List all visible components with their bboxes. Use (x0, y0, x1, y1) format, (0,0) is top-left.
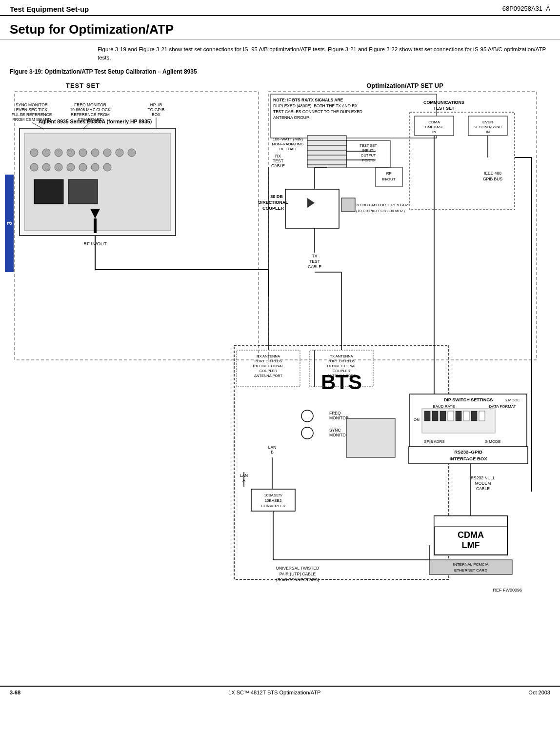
svg-text:PORT OR RFDS: PORT OR RFDS (328, 359, 355, 363)
svg-text:PAIR (UTP) CABLE: PAIR (UTP) CABLE (280, 572, 316, 576)
svg-text:FROM CSM BOARD: FROM CSM BOARD (13, 117, 51, 122)
page-header: Test Equipment Set-up 68P09258A31–A (0, 0, 560, 16)
hp-ib-label: HP–IB (150, 102, 162, 107)
svg-rect-120 (456, 411, 461, 421)
svg-text:100–WATT (MIN): 100–WATT (MIN) (273, 137, 303, 141)
svg-text:BAUD RATE: BAUD RATE (433, 404, 455, 409)
sync-monitor-label: SYNC MONITOR (16, 102, 48, 107)
svg-text:TEST CABLES CONNECT TO THE DUP: TEST CABLES CONNECT TO THE DUPLEXED (273, 109, 362, 114)
svg-text:(10 DB PAD FOR 800 MHZ): (10 DB PAD FOR 800 MHZ) (356, 209, 405, 213)
svg-rect-23 (94, 218, 97, 233)
svg-text:19.6608 MHZ CLOCK: 19.6608 MHZ CLOCK (70, 107, 110, 112)
svg-rect-116 (424, 411, 430, 421)
svg-text:ANTENNA PORT: ANTENNA PORT (254, 374, 283, 378)
svg-text:TEST: TEST (309, 259, 320, 264)
optimization-label: Optimization/ATP SET UP (366, 82, 443, 89)
section-title: Setup for Optimization/ATP (0, 16, 560, 40)
tx-test-cable: TX (312, 254, 318, 258)
svg-text:B: B (271, 450, 274, 455)
svg-text:INTERFACE BOX: INTERFACE BOX (449, 456, 487, 461)
footer-date: Oct 2003 (528, 690, 550, 695)
svg-text:CABLE: CABLE (476, 486, 490, 491)
svg-text:RX ANTENNA: RX ANTENNA (257, 354, 280, 358)
svg-text:NON–RADIATING: NON–RADIATING (272, 142, 303, 146)
svg-rect-119 (448, 411, 454, 421)
svg-rect-88 (346, 418, 395, 457)
svg-rect-118 (440, 411, 446, 421)
svg-rect-71 (285, 189, 339, 228)
svg-text:CDMA: CDMA (458, 530, 484, 540)
svg-point-85 (301, 427, 313, 439)
intro-text: Figure 3-19 and Figure 3-21 show test se… (0, 43, 560, 64)
svg-text:COUPLER: COUPLER (260, 369, 278, 373)
svg-text:NOTE:  IF BTS RX/TX SIGNALS AR: NOTE: IF BTS RX/TX SIGNALS ARE (273, 98, 343, 102)
svg-text:TEST: TEST (273, 158, 283, 163)
svg-point-13 (30, 163, 38, 171)
svg-text:IN/OUT: IN/OUT (382, 177, 395, 181)
svg-point-7 (67, 149, 75, 157)
test-set-label: TEST SET (66, 82, 100, 89)
diagram-svg: TEST SET Optimization/ATP SET UP Agilent… (5, 77, 546, 682)
rx-test-cable: RX (275, 154, 281, 158)
svg-text:(RJ45 CONNECTORS): (RJ45 CONNECTORS) (276, 577, 319, 582)
svg-text:TO GPIB: TO GPIB (148, 107, 165, 112)
svg-rect-117 (432, 411, 438, 421)
svg-text:EVEN: EVEN (482, 120, 493, 124)
svg-text:DUPLEXED (4800E): BOTH THE TX : DUPLEXED (4800E): BOTH THE TX AND RX (273, 103, 358, 108)
figure-caption: Figure 3-19: Optimization/ATP Test Setup… (0, 64, 560, 77)
svg-text:BOX: BOX (152, 112, 160, 117)
svg-text:2O DB PAD FOR 1.7/1.9 GHZ: 2O DB PAD FOR 1.7/1.9 GHZ (356, 203, 408, 207)
svg-text:CDMA: CDMA (428, 120, 440, 124)
svg-point-12 (128, 149, 136, 157)
svg-rect-21 (68, 179, 98, 204)
svg-rect-20 (34, 179, 63, 204)
svg-rect-121 (463, 411, 469, 421)
comm-test-set-label: COMMUNICATIONS (423, 100, 464, 105)
header-title: Test Equipment Set-up (10, 5, 89, 13)
svg-text:COUPLER: COUPLER (333, 369, 351, 373)
svg-text:SYNC: SYNC (329, 428, 341, 433)
svg-point-9 (91, 149, 99, 157)
footer-page-number: 3-68 (10, 690, 20, 695)
svg-text:TX ANTENNA: TX ANTENNA (330, 354, 353, 358)
svg-point-16 (67, 163, 75, 171)
svg-text:LMF: LMF (462, 540, 480, 550)
svg-point-15 (55, 163, 62, 171)
svg-text:OUTPUT: OUTPUT (361, 153, 376, 158)
svg-text:CABLE: CABLE (308, 264, 321, 269)
svg-point-8 (79, 149, 87, 157)
svg-text:ETHERNET CARD: ETHERNET CARD (454, 568, 487, 573)
svg-point-5 (42, 149, 50, 157)
chapter-marker: 3 (5, 175, 14, 272)
svg-rect-123 (479, 411, 485, 421)
svg-text:MONITOR: MONITOR (329, 433, 349, 437)
page-footer: 3-68 1X SC™ 4812T BTS Optimization/ATP O… (0, 686, 560, 698)
svg-text:GPIB BUS: GPIB BUS (483, 177, 502, 181)
svg-text:RX DIRECTIONAL: RX DIRECTIONAL (253, 364, 284, 368)
diagram-area: 3 TEST SET Optimization/ATP SET UP Agile… (5, 77, 555, 682)
svg-text:CSM BOARD: CSM BOARD (78, 117, 102, 122)
svg-text:IN: IN (432, 130, 436, 134)
svg-text:REF FW00096: REF FW00096 (493, 588, 522, 593)
svg-text:GPIB ADRS: GPIB ADRS (423, 439, 444, 444)
svg-point-18 (91, 163, 99, 171)
header-ref: 68P09258A31–A (502, 5, 550, 12)
svg-point-82 (301, 410, 313, 422)
svg-text:ANTENNA GROUP.: ANTENNA GROUP. (273, 115, 310, 120)
utp-cable: UNIVERSAL TWISTED (276, 566, 319, 571)
svg-text:CONVERTER: CONVERTER (261, 504, 285, 508)
svg-point-6 (55, 149, 62, 157)
svg-point-17 (79, 163, 87, 171)
svg-text:TEST SET: TEST SET (360, 143, 377, 148)
svg-text:REFERENCE FROM: REFERENCE FROM (71, 112, 110, 117)
svg-text:RF LOAD: RF LOAD (280, 147, 297, 151)
svg-text:INTERNAL PCMCIA: INTERNAL PCMCIA (453, 562, 489, 567)
ieee488-label: IEEE 488 (484, 171, 501, 176)
svg-point-14 (42, 163, 50, 171)
lan-b-label: LAN (268, 445, 277, 450)
svg-text:FREQ: FREQ (329, 411, 341, 415)
svg-text:TIMEBASE: TIMEBASE (424, 125, 444, 129)
svg-text:RF: RF (386, 171, 392, 176)
svg-text:DIRECTIONAL: DIRECTIONAL (258, 200, 288, 205)
svg-text:TX DIRECTIONAL: TX DIRECTIONAL (326, 364, 357, 368)
